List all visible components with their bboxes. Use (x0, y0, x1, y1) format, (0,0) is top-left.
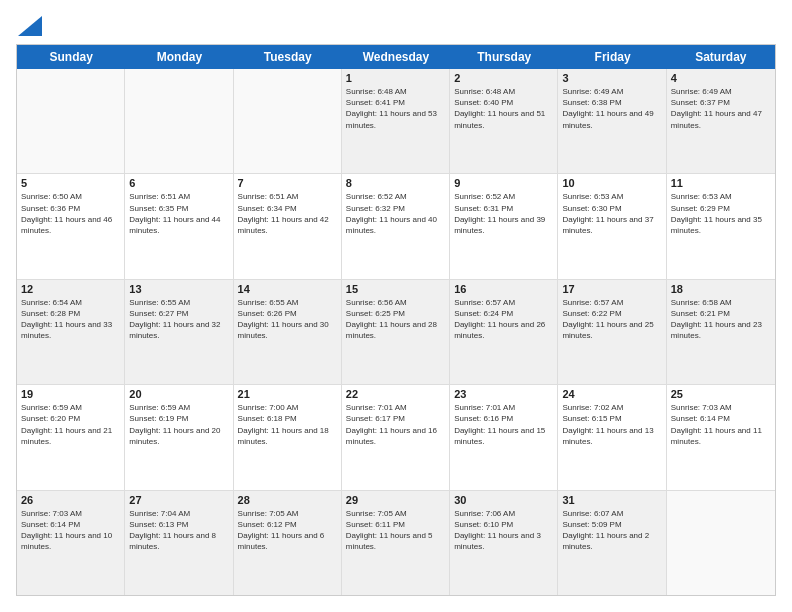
cell-info: Sunrise: 6:55 AMSunset: 6:27 PMDaylight:… (129, 297, 228, 342)
cell-info: Sunrise: 6:51 AMSunset: 6:34 PMDaylight:… (238, 191, 337, 236)
table-row: 15Sunrise: 6:56 AMSunset: 6:25 PMDayligh… (342, 280, 450, 384)
day-number: 12 (21, 283, 120, 295)
day-number: 14 (238, 283, 337, 295)
svg-marker-0 (18, 16, 42, 36)
day-number: 1 (346, 72, 445, 84)
table-row: 3Sunrise: 6:49 AMSunset: 6:38 PMDaylight… (558, 69, 666, 173)
table-row: 10Sunrise: 6:53 AMSunset: 6:30 PMDayligh… (558, 174, 666, 278)
day-number: 4 (671, 72, 771, 84)
table-row: 4Sunrise: 6:49 AMSunset: 6:37 PMDaylight… (667, 69, 775, 173)
calendar-row: 12Sunrise: 6:54 AMSunset: 6:28 PMDayligh… (17, 280, 775, 385)
calendar: Sunday Monday Tuesday Wednesday Thursday… (16, 44, 776, 596)
calendar-row: 5Sunrise: 6:50 AMSunset: 6:36 PMDaylight… (17, 174, 775, 279)
cell-info: Sunrise: 6:53 AMSunset: 6:30 PMDaylight:… (562, 191, 661, 236)
table-row: 9Sunrise: 6:52 AMSunset: 6:31 PMDaylight… (450, 174, 558, 278)
day-number: 25 (671, 388, 771, 400)
table-row: 12Sunrise: 6:54 AMSunset: 6:28 PMDayligh… (17, 280, 125, 384)
day-number: 30 (454, 494, 553, 506)
cell-info: Sunrise: 6:49 AMSunset: 6:37 PMDaylight:… (671, 86, 771, 131)
logo (16, 16, 40, 34)
table-row: 17Sunrise: 6:57 AMSunset: 6:22 PMDayligh… (558, 280, 666, 384)
table-row: 27Sunrise: 7:04 AMSunset: 6:13 PMDayligh… (125, 491, 233, 595)
day-number: 11 (671, 177, 771, 189)
day-number: 20 (129, 388, 228, 400)
calendar-body: 1Sunrise: 6:48 AMSunset: 6:41 PMDaylight… (17, 69, 775, 595)
cell-info: Sunrise: 6:59 AMSunset: 6:20 PMDaylight:… (21, 402, 120, 447)
day-number: 21 (238, 388, 337, 400)
table-row: 2Sunrise: 6:48 AMSunset: 6:40 PMDaylight… (450, 69, 558, 173)
day-number: 13 (129, 283, 228, 295)
cell-info: Sunrise: 6:51 AMSunset: 6:35 PMDaylight:… (129, 191, 228, 236)
table-row: 23Sunrise: 7:01 AMSunset: 6:16 PMDayligh… (450, 385, 558, 489)
table-row: 18Sunrise: 6:58 AMSunset: 6:21 PMDayligh… (667, 280, 775, 384)
day-number: 31 (562, 494, 661, 506)
table-row: 13Sunrise: 6:55 AMSunset: 6:27 PMDayligh… (125, 280, 233, 384)
table-row: 6Sunrise: 6:51 AMSunset: 6:35 PMDaylight… (125, 174, 233, 278)
cell-info: Sunrise: 7:04 AMSunset: 6:13 PMDaylight:… (129, 508, 228, 553)
cell-info: Sunrise: 6:48 AMSunset: 6:41 PMDaylight:… (346, 86, 445, 131)
cell-info: Sunrise: 6:59 AMSunset: 6:19 PMDaylight:… (129, 402, 228, 447)
table-row: 16Sunrise: 6:57 AMSunset: 6:24 PMDayligh… (450, 280, 558, 384)
table-row: 5Sunrise: 6:50 AMSunset: 6:36 PMDaylight… (17, 174, 125, 278)
day-number: 15 (346, 283, 445, 295)
table-row: 26Sunrise: 7:03 AMSunset: 6:14 PMDayligh… (17, 491, 125, 595)
table-row: 11Sunrise: 6:53 AMSunset: 6:29 PMDayligh… (667, 174, 775, 278)
header-saturday: Saturday (667, 45, 775, 69)
calendar-header: Sunday Monday Tuesday Wednesday Thursday… (17, 45, 775, 69)
table-row: 19Sunrise: 6:59 AMSunset: 6:20 PMDayligh… (17, 385, 125, 489)
day-number: 19 (21, 388, 120, 400)
cell-info: Sunrise: 6:48 AMSunset: 6:40 PMDaylight:… (454, 86, 553, 131)
day-number: 29 (346, 494, 445, 506)
cell-info: Sunrise: 6:49 AMSunset: 6:38 PMDaylight:… (562, 86, 661, 131)
day-number: 24 (562, 388, 661, 400)
day-number: 9 (454, 177, 553, 189)
table-row: 22Sunrise: 7:01 AMSunset: 6:17 PMDayligh… (342, 385, 450, 489)
header-friday: Friday (558, 45, 666, 69)
table-row: 14Sunrise: 6:55 AMSunset: 6:26 PMDayligh… (234, 280, 342, 384)
cell-info: Sunrise: 7:05 AMSunset: 6:11 PMDaylight:… (346, 508, 445, 553)
day-number: 17 (562, 283, 661, 295)
header-monday: Monday (125, 45, 233, 69)
day-number: 6 (129, 177, 228, 189)
day-number: 27 (129, 494, 228, 506)
cell-info: Sunrise: 6:55 AMSunset: 6:26 PMDaylight:… (238, 297, 337, 342)
cell-info: Sunrise: 7:02 AMSunset: 6:15 PMDaylight:… (562, 402, 661, 447)
table-row: 31Sunrise: 6:07 AMSunset: 5:09 PMDayligh… (558, 491, 666, 595)
cell-info: Sunrise: 7:03 AMSunset: 6:14 PMDaylight:… (671, 402, 771, 447)
table-row (234, 69, 342, 173)
cell-info: Sunrise: 6:57 AMSunset: 6:24 PMDaylight:… (454, 297, 553, 342)
table-row: 20Sunrise: 6:59 AMSunset: 6:19 PMDayligh… (125, 385, 233, 489)
day-number: 7 (238, 177, 337, 189)
day-number: 22 (346, 388, 445, 400)
cell-info: Sunrise: 6:52 AMSunset: 6:32 PMDaylight:… (346, 191, 445, 236)
header-sunday: Sunday (17, 45, 125, 69)
cell-info: Sunrise: 7:01 AMSunset: 6:17 PMDaylight:… (346, 402, 445, 447)
day-number: 26 (21, 494, 120, 506)
cell-info: Sunrise: 7:01 AMSunset: 6:16 PMDaylight:… (454, 402, 553, 447)
day-number: 2 (454, 72, 553, 84)
table-row: 24Sunrise: 7:02 AMSunset: 6:15 PMDayligh… (558, 385, 666, 489)
calendar-row: 26Sunrise: 7:03 AMSunset: 6:14 PMDayligh… (17, 491, 775, 595)
day-number: 16 (454, 283, 553, 295)
table-row (667, 491, 775, 595)
table-row: 1Sunrise: 6:48 AMSunset: 6:41 PMDaylight… (342, 69, 450, 173)
cell-info: Sunrise: 7:03 AMSunset: 6:14 PMDaylight:… (21, 508, 120, 553)
day-number: 5 (21, 177, 120, 189)
table-row: 30Sunrise: 7:06 AMSunset: 6:10 PMDayligh… (450, 491, 558, 595)
table-row (17, 69, 125, 173)
table-row: 29Sunrise: 7:05 AMSunset: 6:11 PMDayligh… (342, 491, 450, 595)
calendar-row: 1Sunrise: 6:48 AMSunset: 6:41 PMDaylight… (17, 69, 775, 174)
header-thursday: Thursday (450, 45, 558, 69)
day-number: 28 (238, 494, 337, 506)
cell-info: Sunrise: 6:58 AMSunset: 6:21 PMDaylight:… (671, 297, 771, 342)
cell-info: Sunrise: 7:06 AMSunset: 6:10 PMDaylight:… (454, 508, 553, 553)
cell-info: Sunrise: 7:05 AMSunset: 6:12 PMDaylight:… (238, 508, 337, 553)
day-number: 10 (562, 177, 661, 189)
cell-info: Sunrise: 6:50 AMSunset: 6:36 PMDaylight:… (21, 191, 120, 236)
table-row: 8Sunrise: 6:52 AMSunset: 6:32 PMDaylight… (342, 174, 450, 278)
day-number: 3 (562, 72, 661, 84)
day-number: 18 (671, 283, 771, 295)
page: Sunday Monday Tuesday Wednesday Thursday… (0, 0, 792, 612)
logo-icon (18, 16, 42, 36)
table-row: 7Sunrise: 6:51 AMSunset: 6:34 PMDaylight… (234, 174, 342, 278)
